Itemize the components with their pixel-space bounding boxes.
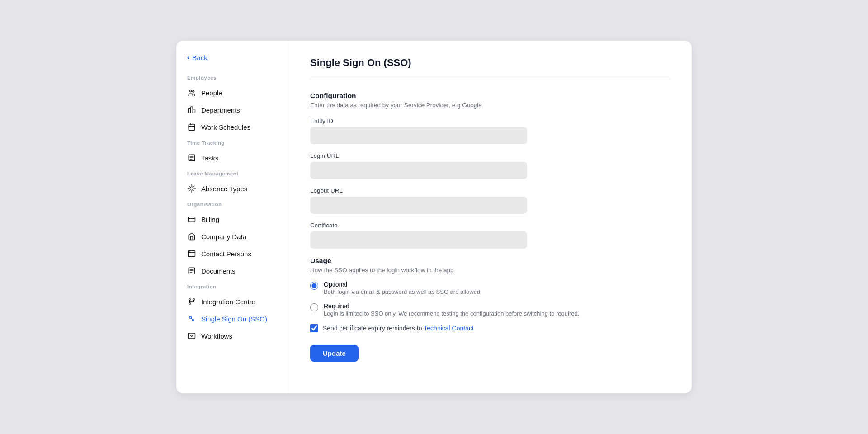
sidebar-item-departments[interactable]: Departments [176, 101, 288, 118]
sidebar-item-absence-types-label: Absence Types [201, 185, 247, 193]
required-desc: Login is limited to SSO only. We recomme… [324, 310, 579, 317]
svg-line-21 [194, 186, 194, 186]
workflows-icon [187, 331, 196, 340]
optional-desc: Both login via email & password as well … [324, 288, 480, 295]
billing-icon [187, 215, 196, 224]
tasks-icon [187, 153, 196, 162]
chevron-left-icon: ‹ [187, 53, 189, 61]
sidebar-item-sso-label: Single Sign On (SSO) [201, 315, 267, 323]
sidebar-item-work-schedules[interactable]: Work Schedules [176, 118, 288, 136]
svg-rect-2 [189, 108, 191, 113]
svg-rect-4 [193, 109, 195, 113]
page-title: Single Sign On (SSO) [310, 57, 670, 69]
svg-point-1 [193, 90, 194, 92]
sidebar-item-sso[interactable]: Single Sign On (SSO) [176, 310, 288, 327]
company-data-icon [187, 232, 196, 241]
sidebar-item-documents[interactable]: Documents [176, 262, 288, 279]
certificate-expiry-checkbox[interactable] [310, 324, 318, 332]
svg-rect-36 [189, 333, 195, 339]
leave-management-section-label: Leave Management [176, 171, 288, 180]
required-text: Required Login is limited to SSO only. W… [324, 302, 579, 317]
radio-option-optional: Optional Both login via email & password… [310, 281, 670, 295]
config-subtext: Enter the data as required by your Servi… [310, 102, 670, 108]
sidebar-item-integration-centre-label: Integration Centre [201, 298, 255, 306]
configuration-section: Configuration Enter the data as required… [310, 92, 670, 249]
certificate-label: Certificate [310, 222, 670, 229]
people-icon [187, 88, 196, 97]
sidebar-item-tasks[interactable]: Tasks [176, 149, 288, 166]
work-schedules-icon [187, 123, 196, 132]
radio-option-required: Required Login is limited to SSO only. W… [310, 302, 670, 317]
divider [310, 79, 670, 79]
sidebar-item-tasks-label: Tasks [201, 154, 218, 162]
integration-section-label: Integration [176, 284, 288, 293]
departments-icon [187, 105, 196, 114]
usage-heading: Usage [310, 257, 670, 265]
integration-centre-icon [187, 297, 196, 306]
svg-rect-24 [189, 250, 195, 257]
sidebar-item-people[interactable]: People [176, 84, 288, 101]
back-label: Back [192, 54, 207, 61]
certificate-expiry-label: Send certificate expiry reminders to Tec… [323, 325, 474, 332]
documents-icon [187, 266, 196, 275]
sidebar-item-contact-persons[interactable]: Contact Persons [176, 245, 288, 262]
sidebar-item-documents-label: Documents [201, 267, 236, 275]
sidebar-item-integration-centre[interactable]: Integration Centre [176, 293, 288, 310]
sidebar: ‹ Back Employees People Departments Work… [176, 41, 288, 393]
radio-optional[interactable] [310, 282, 318, 290]
optional-label: Optional [324, 281, 480, 288]
logout-url-label: Logout URL [310, 187, 670, 194]
technical-contact-link[interactable]: Technical Contact [424, 325, 474, 332]
svg-rect-3 [191, 107, 193, 113]
sidebar-item-work-schedules-label: Work Schedules [201, 123, 250, 131]
required-label: Required [324, 302, 579, 310]
entity-id-label: Entity ID [310, 118, 670, 124]
radio-required[interactable] [310, 303, 318, 311]
back-button[interactable]: ‹ Back [176, 53, 288, 71]
logout-url-input[interactable] [310, 197, 527, 214]
time-tracking-section-label: Time Tracking [176, 140, 288, 149]
main-content: Single Sign On (SSO) Configuration Enter… [288, 41, 692, 393]
svg-rect-5 [189, 124, 195, 131]
login-url-label: Login URL [310, 152, 670, 159]
sidebar-item-people-label: People [201, 89, 222, 97]
svg-line-20 [189, 191, 189, 191]
certificate-expiry-row: Send certificate expiry reminders to Tec… [310, 324, 670, 332]
config-heading: Configuration [310, 92, 670, 100]
entity-id-input[interactable] [310, 127, 527, 144]
sso-icon [187, 314, 196, 323]
usage-subtext: How the SSO applies to the login workflo… [310, 267, 670, 274]
sidebar-item-absence-types[interactable]: Absence Types [176, 180, 288, 197]
absence-types-icon [187, 184, 196, 193]
contact-persons-icon [187, 249, 196, 258]
certificate-input[interactable] [310, 231, 527, 249]
sidebar-item-workflows[interactable]: Workflows [176, 327, 288, 344]
sidebar-item-contact-persons-label: Contact Persons [201, 250, 251, 258]
svg-point-34 [189, 316, 192, 319]
sidebar-item-billing-label: Billing [201, 216, 219, 223]
sidebar-item-billing[interactable]: Billing [176, 211, 288, 228]
svg-point-0 [190, 90, 192, 92]
svg-point-13 [190, 187, 193, 190]
organisation-section-label: Organisation [176, 202, 288, 211]
sidebar-item-departments-label: Departments [201, 106, 240, 114]
svg-line-16 [189, 186, 189, 186]
login-url-input[interactable] [310, 162, 527, 179]
sidebar-item-company-data-label: Company Data [201, 233, 246, 241]
svg-rect-22 [189, 217, 195, 222]
optional-text: Optional Both login via email & password… [324, 281, 480, 295]
update-button[interactable]: Update [310, 345, 359, 362]
svg-line-17 [194, 191, 194, 191]
usage-section: Usage How the SSO applies to the login w… [310, 257, 670, 332]
employees-section-label: Employees [176, 75, 288, 84]
sidebar-item-workflows-label: Workflows [201, 332, 232, 340]
sidebar-item-company-data[interactable]: Company Data [176, 228, 288, 245]
